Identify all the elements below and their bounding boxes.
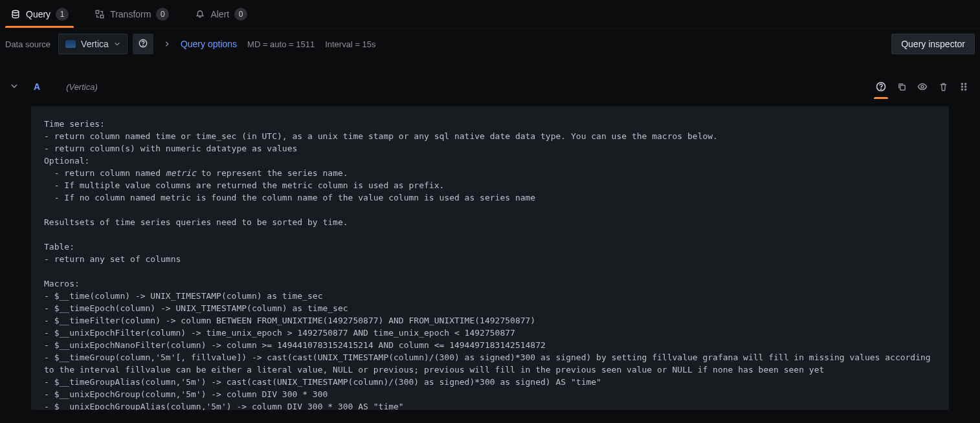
bell-icon: [195, 9, 205, 19]
tab-alert[interactable]: Alert 0: [190, 0, 252, 28]
query-options-md: MD = auto = 1511: [247, 39, 315, 49]
svg-point-10: [965, 83, 966, 85]
drag-handle[interactable]: [958, 81, 970, 92]
svg-point-11: [961, 86, 963, 87]
query-toolbar: Data source Vertica Query options MD = a…: [0, 28, 980, 60]
query-datasource-indicator: (Vertica): [66, 82, 98, 92]
grip-icon: [959, 82, 968, 91]
duplicate-query-button[interactable]: [896, 81, 908, 92]
chevron-down-icon: [114, 39, 120, 49]
tab-transform-label: Transform: [110, 9, 151, 19]
tab-transform-count: 0: [156, 8, 169, 21]
svg-rect-7: [900, 85, 905, 90]
tab-query-label: Query: [26, 9, 50, 19]
tab-transform[interactable]: Transform 0: [89, 0, 174, 28]
query-options-label: Query options: [181, 39, 237, 49]
editor-tabs: Query 1 Transform 0 Alert 0: [0, 0, 980, 28]
svg-point-4: [143, 45, 144, 46]
datasource-picker[interactable]: Vertica: [58, 34, 128, 54]
query-ref-id[interactable]: A: [34, 81, 40, 92]
svg-point-8: [921, 85, 924, 88]
query-help-panel: Time series: - return column named time …: [31, 106, 949, 410]
tab-alert-label: Alert: [210, 9, 229, 19]
transform-icon: [95, 9, 105, 19]
query-options[interactable]: Query options MD = auto = 1511 Interval …: [159, 39, 381, 49]
svg-rect-2: [100, 15, 103, 17]
query-actions: [875, 81, 970, 92]
datasource-help-button[interactable]: [133, 34, 153, 54]
query-options-interval: Interval = 15s: [325, 39, 375, 49]
query-row: A (Vertica) Time series: - return column…: [0, 75, 980, 410]
svg-point-12: [965, 86, 966, 87]
tab-alert-count: 0: [234, 8, 247, 21]
tab-query[interactable]: Query 1: [5, 0, 74, 28]
svg-point-13: [961, 89, 963, 90]
svg-rect-1: [96, 10, 98, 13]
copy-icon: [897, 82, 907, 92]
toggle-help-button[interactable]: [875, 81, 887, 92]
svg-point-6: [881, 89, 882, 90]
database-icon: [10, 9, 21, 19]
chevron-down-icon: [10, 82, 18, 90]
svg-point-14: [965, 89, 966, 90]
toggle-visibility-button[interactable]: [917, 81, 928, 92]
query-inspector-label: Query inspector: [901, 39, 965, 49]
eye-icon: [917, 81, 928, 92]
tab-query-count: 1: [56, 8, 69, 21]
datasource-label: Data source: [5, 39, 50, 49]
help-circle-icon: [876, 81, 886, 92]
query-header: A (Vertica): [5, 75, 975, 98]
svg-point-9: [961, 83, 963, 85]
trash-icon: [939, 82, 948, 92]
delete-query-button[interactable]: [937, 81, 949, 92]
svg-point-0: [12, 10, 19, 13]
datasource-name: Vertica: [81, 39, 109, 49]
help-circle-icon: [139, 39, 148, 50]
chevron-right-icon: [164, 39, 170, 49]
collapse-query-button[interactable]: [10, 81, 18, 92]
vertica-logo-icon: [65, 40, 76, 48]
query-inspector-button[interactable]: Query inspector: [891, 34, 975, 54]
